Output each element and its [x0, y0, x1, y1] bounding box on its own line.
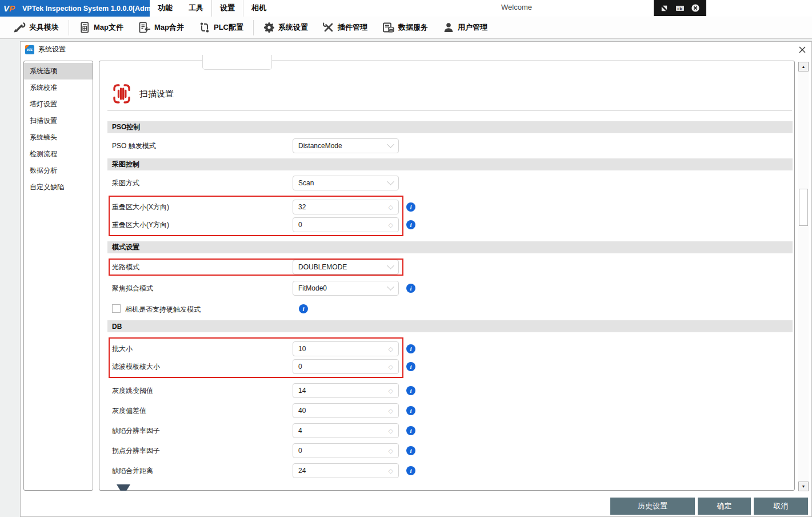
scroll-down-icon[interactable]: ▼: [798, 482, 809, 491]
fixture-module-icon: [13, 22, 26, 33]
batch-size-spinner[interactable]: 10◇: [293, 341, 399, 356]
sidebar-item-scan-settings[interactable]: 扫描设置: [24, 113, 93, 129]
info-icon[interactable]: i: [406, 362, 415, 371]
ime-indicator-icon[interactable]: xk: [675, 3, 685, 13]
toolbar-user-manager[interactable]: 用户管理: [435, 22, 495, 33]
sidebar-item-custom-defects[interactable]: 自定义缺陷: [24, 179, 93, 196]
section-header: PSO控制: [107, 121, 793, 133]
scrolled-combobox[interactable]: [202, 55, 272, 70]
toolbar-label: Map合并: [154, 22, 184, 33]
field-value: 4: [298, 427, 389, 435]
scrollbar-thumb[interactable]: [799, 189, 808, 226]
toolbar-plc-config[interactable]: PLC配置: [191, 22, 251, 33]
info-icon[interactable]: i: [406, 466, 415, 475]
gray-jump-threshold-spinner[interactable]: 14◇: [293, 383, 399, 398]
toolbar-separator: [69, 20, 69, 35]
sidebar-item-system-options[interactable]: 系统选项: [24, 63, 93, 79]
info-icon[interactable]: i: [406, 386, 415, 395]
camera-hard-trigger-checkbox[interactable]: [112, 304, 121, 313]
toolbar-label: 插件管理: [338, 22, 367, 33]
content-header: 扫描设置: [112, 83, 174, 105]
light-path-mode-dropdown[interactable]: DOUBLEMODE: [293, 260, 399, 275]
dialog-titlebar: vis 系统设置: [25, 45, 66, 54]
section-header: 模式设置: [107, 241, 793, 253]
chevron-down-icon: [387, 141, 394, 148]
dialog-close-icon[interactable]: [798, 46, 806, 54]
field-value: FitMode0: [298, 284, 388, 292]
sidebar-item-data-analysis[interactable]: 数据分析: [24, 162, 93, 179]
field-label: 滤波模板核大小: [112, 362, 160, 372]
sidebar-item-inspection-flow[interactable]: 检测流程: [24, 146, 93, 162]
field-value: 40: [298, 407, 389, 415]
info-icon[interactable]: i: [406, 446, 415, 455]
scroll-up-icon[interactable]: ▲: [798, 62, 809, 71]
info-icon[interactable]: i: [406, 220, 415, 229]
info-icon[interactable]: i: [406, 202, 415, 212]
info-icon[interactable]: i: [299, 304, 308, 313]
field-label: 重叠区大小(X方向): [112, 202, 169, 212]
menu-item-camera[interactable]: 相机: [243, 0, 274, 17]
toolbar-plugin-manager[interactable]: 插件管理: [315, 22, 375, 33]
pso-trigger-mode-dropdown[interactable]: DistanceMode: [293, 138, 399, 153]
chevron-down-icon: [387, 178, 394, 185]
scrollbar-track[interactable]: [798, 71, 809, 482]
toolbar-label: 夹具模块: [29, 22, 59, 33]
toolbar-map-file[interactable]: Map文件: [71, 22, 131, 33]
corner-resolution-factor-spinner[interactable]: 0◇: [293, 443, 399, 458]
field-value: DistanceMode: [298, 142, 388, 150]
sidebar-item-tower-light-settings[interactable]: 塔灯设置: [24, 96, 93, 113]
menu-item-function[interactable]: 功能: [150, 0, 181, 17]
field-label: 采图方式: [112, 178, 139, 188]
capture-mode-dropdown[interactable]: Scan: [293, 176, 399, 190]
gray-deviation-spinner[interactable]: 40◇: [293, 403, 399, 418]
settings-content: 扫描设置 PSO控制PSO 触发模式DistanceMode采图控制采图方式Sc…: [99, 61, 795, 491]
field-value: 24: [298, 467, 389, 475]
minimize-icon[interactable]: [659, 3, 669, 13]
svg-text:P: P: [9, 3, 15, 13]
close-icon[interactable]: [691, 3, 701, 13]
history-settings-button[interactable]: 历史设置: [610, 498, 695, 515]
menu-item-tools[interactable]: 工具: [181, 0, 211, 17]
info-icon[interactable]: i: [406, 406, 415, 415]
sidebar-item-system-calibration[interactable]: 系统校准: [24, 79, 93, 96]
info-icon[interactable]: i: [406, 344, 415, 353]
field-label: 聚焦拟合模式: [112, 284, 153, 293]
form-row-pso-trigger-mode: PSO 触发模式DistanceMode: [99, 138, 794, 153]
overlap-size-y-spinner[interactable]: 0◇: [293, 217, 399, 232]
toolbar-map-merge[interactable]: Map合并: [131, 22, 191, 33]
spinner-arrows-icon: ◇: [389, 448, 393, 454]
info-icon[interactable]: i: [406, 284, 415, 293]
field-value: 14: [298, 387, 389, 395]
filter-kernel-size-spinner[interactable]: 0◇: [293, 359, 399, 374]
toolbar-system-settings[interactable]: 系统设置: [256, 22, 315, 33]
toolbar-fixture-module[interactable]: 夹具模块: [6, 22, 66, 33]
scan-icon: [112, 83, 131, 105]
field-label: 缺陷分辨率因子: [112, 426, 160, 436]
form-row-corner-resolution-factor: 拐点分辨率因子0◇i: [99, 443, 794, 458]
defect-merge-distance-spinner[interactable]: 24◇: [293, 463, 399, 478]
toolbar-label: PLC配置: [214, 22, 243, 33]
ok-button[interactable]: 确定: [698, 498, 751, 515]
vis-app-icon: vis: [25, 45, 34, 54]
info-icon[interactable]: i: [406, 426, 415, 435]
main-toolbar: 夹具模块Map文件Map合并PLC配置系统设置插件管理数据服务用户管理: [0, 17, 812, 39]
map-merge-icon: [138, 22, 151, 33]
field-value: Scan: [298, 179, 388, 187]
settings-sidebar: 系统选项系统校准塔灯设置扫描设置系统镜头检测流程数据分析自定义缺陷: [23, 61, 93, 491]
dialog-title: 系统设置: [38, 45, 66, 54]
toolbar-data-service[interactable]: 数据服务: [375, 22, 435, 33]
sidebar-item-system-lens[interactable]: 系统镜头: [24, 129, 93, 146]
field-label: PSO 触发模式: [112, 141, 156, 151]
form-row-gray-jump-threshold: 灰度跳变阈值14◇i: [99, 383, 794, 398]
menu-item-settings[interactable]: 设置: [211, 0, 243, 17]
defect-resolution-factor-spinner[interactable]: 4◇: [293, 423, 399, 438]
field-label: 灰度偏差值: [112, 406, 146, 416]
highlighted-group: 光路模式DOUBLEMODE: [109, 258, 403, 276]
focus-fit-mode-dropdown[interactable]: FitMode0: [293, 281, 399, 296]
field-label: 重叠区大小(Y方向): [112, 220, 169, 230]
collapse-handle[interactable]: [117, 484, 130, 491]
overlap-size-x-spinner[interactable]: 32◇: [293, 200, 399, 214]
spinner-arrows-icon: ◇: [389, 388, 393, 394]
header-divider: [107, 110, 792, 111]
cancel-button[interactable]: 取消: [754, 498, 808, 515]
